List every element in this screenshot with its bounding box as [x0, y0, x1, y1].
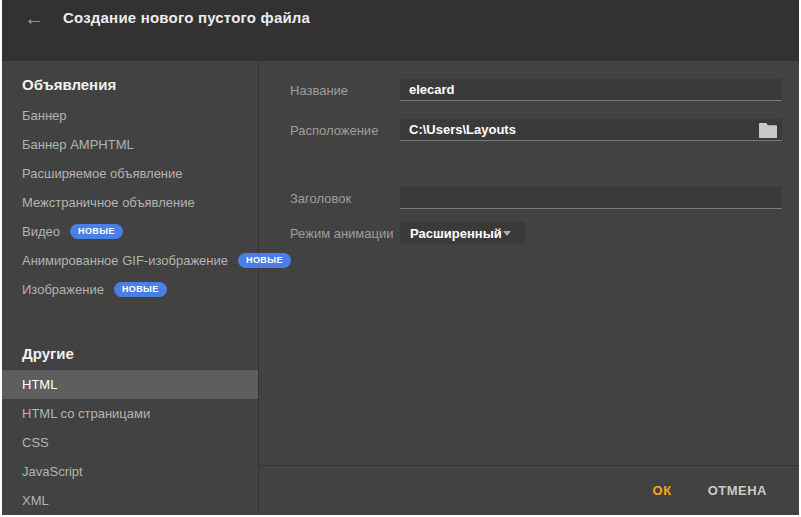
sidebar-item-label: HTML со страницами	[22, 406, 150, 421]
title-field-label: Заголовок	[290, 191, 400, 206]
sidebar-heading-ads: Объявления	[2, 73, 258, 97]
animation-mode-label: Режим анимации	[290, 226, 400, 241]
sidebar-item-xml[interactable]: XML	[2, 486, 258, 515]
sidebar-heading-others: Другие	[2, 342, 258, 366]
sidebar-item-label: XML	[22, 493, 49, 508]
sidebar-item-label: Баннер AMPHTML	[22, 137, 134, 152]
dialog-footer: ОК ОТМЕНА	[259, 465, 799, 515]
sidebar-item-expandable-ad[interactable]: Расширяемое объявление	[2, 159, 258, 188]
create-file-dialog: ← Создание нового пустого файла Объявлен…	[2, 0, 799, 515]
sidebar-item-javascript[interactable]: JavaScript	[2, 457, 258, 486]
sidebar-item-label: JavaScript	[22, 464, 83, 479]
name-label: Название	[290, 83, 400, 98]
sidebar-item-label: Изображение	[22, 282, 104, 297]
title-field-input[interactable]	[400, 187, 782, 209]
location-label: Расположение	[290, 123, 400, 138]
new-file-form: Название Расположение	[259, 61, 799, 465]
sidebar-item-css[interactable]: CSS	[2, 428, 258, 457]
sidebar-item-video[interactable]: Видео НОВЫЕ	[2, 217, 258, 246]
new-badge: НОВЫЕ	[70, 224, 123, 239]
dialog-header: ← Создание нового пустого файла	[2, 0, 799, 61]
sidebar-item-label: Видео	[22, 224, 60, 239]
animation-mode-select[interactable]: Расширенный	[400, 222, 525, 244]
location-input[interactable]	[400, 119, 782, 141]
sidebar-item-html[interactable]: HTML	[2, 370, 258, 399]
sidebar-item-label: CSS	[22, 435, 49, 450]
ok-button[interactable]: ОК	[639, 475, 686, 506]
folder-icon	[759, 123, 777, 138]
animation-mode-value: Расширенный	[410, 226, 502, 241]
sidebar-item-label: Баннер	[22, 108, 67, 123]
chevron-down-icon	[503, 231, 511, 236]
sidebar-item-label: Анимированное GIF-изображение	[22, 253, 228, 268]
sidebar-item-html-with-pages[interactable]: HTML со страницами	[2, 399, 258, 428]
sidebar-item-banner-amphtml[interactable]: Баннер AMPHTML	[2, 130, 258, 159]
sidebar-item-animated-gif[interactable]: Анимированное GIF-изображение НОВЫЕ	[2, 246, 258, 275]
dialog-title: Создание нового пустого файла	[63, 9, 310, 26]
name-input[interactable]	[400, 79, 782, 101]
new-badge: НОВЫЕ	[114, 282, 167, 297]
sidebar-item-label: Расширяемое объявление	[22, 166, 183, 181]
browse-folder-button[interactable]	[757, 121, 779, 139]
file-type-sidebar: Объявления Баннер Баннер AMPHTML Расширя…	[2, 61, 259, 515]
sidebar-item-interstitial-ad[interactable]: Межстраничное объявление	[2, 188, 258, 217]
sidebar-item-label: HTML	[22, 377, 57, 392]
sidebar-item-image[interactable]: Изображение НОВЫЕ	[2, 275, 258, 304]
cancel-button[interactable]: ОТМЕНА	[694, 475, 781, 506]
back-arrow-icon[interactable]: ←	[22, 6, 46, 30]
sidebar-item-banner[interactable]: Баннер	[2, 101, 258, 130]
sidebar-item-label: Межстраничное объявление	[22, 195, 195, 210]
